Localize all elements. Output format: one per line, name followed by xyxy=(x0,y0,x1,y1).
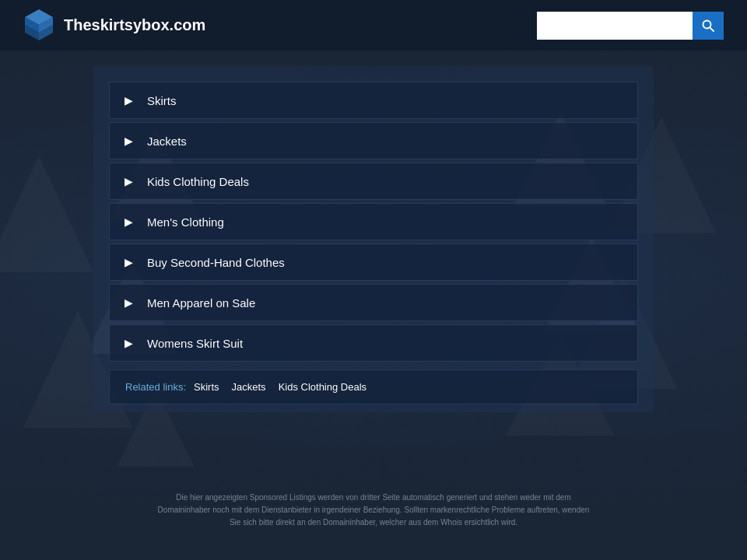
menu-item[interactable]: ▶Men's Clothing xyxy=(109,203,638,240)
site-header: Theskirtsybox.com xyxy=(0,0,747,51)
svg-line-6 xyxy=(710,27,714,31)
footer-text: Die hier angezeigten Sponsored Listings … xyxy=(156,492,591,529)
menu-arrow-icon: ▶ xyxy=(110,243,147,281)
menu-item-label: Men's Clothing xyxy=(147,215,224,229)
menu-item[interactable]: ▶Womens Skirt Suit xyxy=(109,324,638,362)
menu-arrow-icon: ▶ xyxy=(110,324,147,362)
search-icon xyxy=(702,19,714,32)
site-title: Theskirtsybox.com xyxy=(64,16,205,34)
menu-arrow-icon: ▶ xyxy=(110,203,147,240)
menu-item-label: Buy Second-Hand Clothes xyxy=(147,256,285,269)
menu-list: ▶Skirts▶Jackets▶Kids Clothing Deals▶Men'… xyxy=(109,82,638,362)
search-button[interactable] xyxy=(693,12,724,40)
menu-arrow-icon: ▶ xyxy=(110,163,147,200)
menu-arrow-icon: ▶ xyxy=(110,122,147,159)
related-link[interactable]: Kids Clothing Deals xyxy=(279,381,366,393)
main-content: ▶Skirts▶Jackets▶Kids Clothing Deals▶Men'… xyxy=(0,51,747,412)
content-panel: ▶Skirts▶Jackets▶Kids Clothing Deals▶Men'… xyxy=(93,66,654,412)
related-link[interactable]: Jackets xyxy=(232,381,266,393)
logo-area: Theskirtsybox.com xyxy=(23,8,205,43)
related-links-label: Related links: xyxy=(125,381,186,393)
menu-item[interactable]: ▶Jackets xyxy=(109,122,638,159)
menu-item[interactable]: ▶Men Apparel on Sale xyxy=(109,284,638,321)
menu-item-label: Kids Clothing Deals xyxy=(147,175,249,188)
menu-item[interactable]: ▶Skirts xyxy=(109,82,638,119)
menu-item-label: Jackets xyxy=(147,135,187,148)
related-link[interactable]: Skirts xyxy=(194,381,219,393)
menu-item-label: Skirts xyxy=(147,94,177,107)
menu-arrow-icon: ▶ xyxy=(110,284,147,321)
related-links-bar: Related links: SkirtsJacketsKids Clothin… xyxy=(109,369,638,404)
menu-item-label: Men Apparel on Sale xyxy=(147,296,255,310)
search-input[interactable] xyxy=(537,12,693,40)
logo-icon xyxy=(23,8,54,43)
menu-item[interactable]: ▶Kids Clothing Deals xyxy=(109,163,638,200)
search-area xyxy=(537,12,724,40)
menu-arrow-icon: ▶ xyxy=(110,82,147,119)
menu-item[interactable]: ▶Buy Second-Hand Clothes xyxy=(109,243,638,281)
menu-item-label: Womens Skirt Suit xyxy=(147,337,243,350)
footer-disclaimer: Die hier angezeigten Sponsored Listings … xyxy=(0,492,747,529)
